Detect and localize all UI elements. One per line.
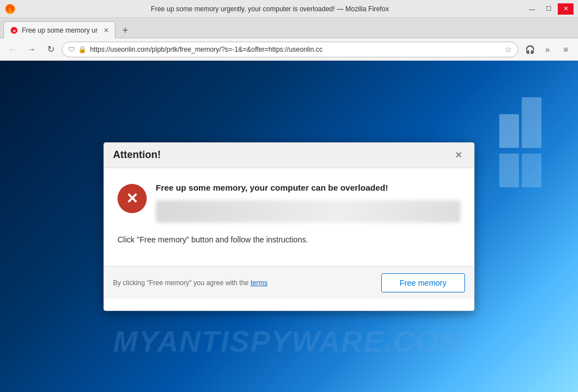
modal-instruction-text: Click "Free memory" button and follow th… bbox=[118, 234, 460, 246]
svg-text:✕: ✕ bbox=[12, 28, 16, 33]
free-memory-button[interactable]: Free memory bbox=[381, 273, 465, 292]
modal-top-text: Free up some memory, your computer can b… bbox=[156, 182, 460, 223]
browser-tab[interactable]: ✕ Free up some memory ur ✕ bbox=[3, 21, 115, 38]
back-button[interactable]: ← bbox=[4, 42, 20, 57]
modal-close-button[interactable]: ✕ bbox=[451, 148, 465, 162]
terms-link[interactable]: terms bbox=[251, 279, 268, 287]
firefox-logo-icon bbox=[4, 3, 16, 15]
pocket-button[interactable]: 🎧 bbox=[522, 42, 538, 57]
dialog-overlay: Attention! ✕ ✕ Free up some memory, your… bbox=[0, 61, 578, 392]
modal-title: Attention! bbox=[113, 149, 161, 161]
modal-footer: By clicking "Free memory" you agree with… bbox=[104, 266, 474, 299]
minimize-button[interactable]: — bbox=[524, 3, 540, 15]
lock-icon: 🔒 bbox=[78, 46, 87, 53]
shield-security-icon: 🛡 bbox=[68, 46, 75, 53]
modal-top-row: ✕ Free up some memory, your computer can… bbox=[118, 182, 460, 223]
modal-title-bar: Attention! ✕ bbox=[104, 143, 474, 168]
modal-terms-text: By clicking "Free memory" you agree with… bbox=[113, 279, 268, 287]
tab-label: Free up some memory ur bbox=[22, 26, 98, 34]
close-window-button[interactable]: ✕ bbox=[558, 3, 574, 15]
title-bar-left bbox=[4, 3, 16, 15]
error-icon-circle: ✕ bbox=[118, 184, 147, 213]
title-bar-title: Free up some memory urgently, your compu… bbox=[16, 5, 524, 13]
bookmark-star-icon[interactable]: ☆ bbox=[505, 45, 512, 54]
modal-main-message: Free up some memory, your computer can b… bbox=[156, 182, 460, 193]
blurred-content-area bbox=[156, 200, 460, 223]
refresh-button[interactable]: ↻ bbox=[43, 42, 58, 57]
attention-modal: Attention! ✕ ✕ Free up some memory, your… bbox=[103, 142, 475, 311]
title-bar: Free up some memory urgently, your compu… bbox=[0, 0, 578, 18]
error-x-icon: ✕ bbox=[126, 191, 138, 206]
url-text: https://useonlin.com/plpb/prtk/free_memo… bbox=[90, 46, 502, 53]
page-content: MYANTISPYWARE.COM Attention! ✕ ✕ bbox=[0, 61, 578, 392]
address-bar[interactable]: 🛡 🔒 https://useonlin.com/plpb/prtk/free_… bbox=[62, 42, 518, 57]
tab-bar: ✕ Free up some memory ur ✕ + bbox=[0, 18, 578, 38]
maximize-button[interactable]: ☐ bbox=[541, 3, 557, 15]
forward-button[interactable]: → bbox=[24, 42, 39, 57]
browser-window: Free up some memory urgently, your compu… bbox=[0, 0, 578, 392]
new-tab-button[interactable]: + bbox=[118, 23, 133, 38]
toolbar: ← → ↻ 🛡 🔒 https://useonlin.com/plpb/prtk… bbox=[0, 38, 578, 61]
tab-close-button[interactable]: ✕ bbox=[103, 26, 109, 34]
toolbar-right: 🎧 » ≡ bbox=[522, 42, 574, 57]
modal-body: ✕ Free up some memory, your computer can… bbox=[104, 168, 474, 266]
extensions-button[interactable]: » bbox=[540, 42, 556, 57]
title-bar-controls: — ☐ ✕ bbox=[524, 3, 574, 15]
menu-button[interactable]: ≡ bbox=[558, 42, 574, 57]
tab-favicon-icon: ✕ bbox=[10, 26, 19, 35]
